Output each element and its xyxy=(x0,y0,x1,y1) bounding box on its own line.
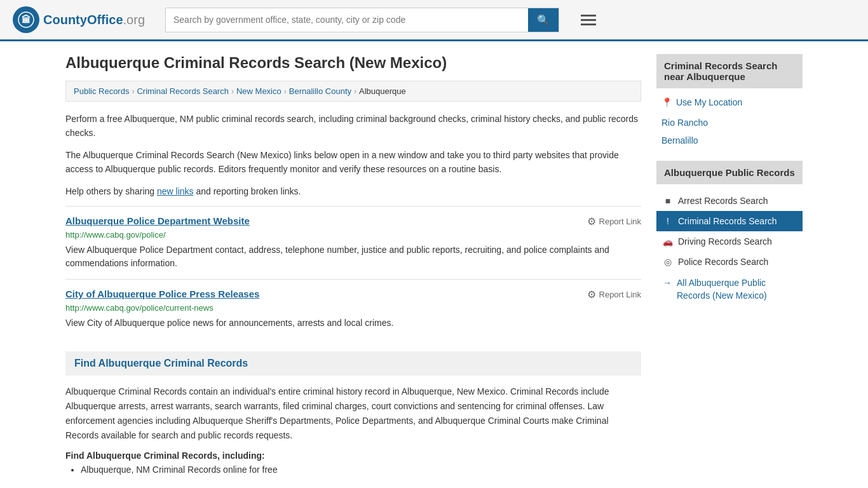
breadcrumb-new-mexico[interactable]: New Mexico xyxy=(236,86,281,96)
breadcrumb-albuquerque: Albuquerque xyxy=(359,86,406,96)
bernalillo-link[interactable]: Bernalillo xyxy=(661,135,698,146)
unlink-icon-1: ⚙ xyxy=(587,288,596,301)
criminal-icon: ! xyxy=(663,216,673,226)
link-item-1-title[interactable]: City of Albuquerque Police Press Release… xyxy=(65,288,259,299)
sidebar-arrest-records[interactable]: ■ Arrest Records Search xyxy=(656,191,803,211)
logo-text: CountyOffice.org xyxy=(43,13,145,27)
link-item-1-url: http://www.cabq.gov/police/current-news xyxy=(65,303,641,313)
police-icon: ◎ xyxy=(663,257,673,267)
use-my-location-item: 📍 Use My Location xyxy=(656,95,803,110)
arrow-icon: → xyxy=(663,278,672,288)
link-item-1-header: City of Albuquerque Police Press Release… xyxy=(65,288,641,301)
breadcrumb-sep-3: › xyxy=(284,87,287,96)
find-section-list: Albuquerque, NM Criminal Records online … xyxy=(65,464,641,475)
find-section-heading: Find Albuquerque Criminal Records xyxy=(65,351,641,376)
page-title: Albuquerque Criminal Records Search (New… xyxy=(65,54,641,72)
intro-p3-suffix: and reporting broken links. xyxy=(194,186,301,196)
search-button[interactable]: 🔍 xyxy=(528,8,559,32)
breadcrumb-public-records[interactable]: Public Records xyxy=(74,86,129,96)
menu-line-3 xyxy=(581,24,596,25)
search-icon: 🔍 xyxy=(537,15,550,25)
link-item-1: City of Albuquerque Police Press Release… xyxy=(65,279,641,339)
report-link-0-label: Report Link xyxy=(599,217,641,226)
breadcrumb-sep-2: › xyxy=(231,87,234,96)
hamburger-menu-button[interactable] xyxy=(578,12,599,28)
content-area: Albuquerque Criminal Records Search (New… xyxy=(65,54,641,477)
svg-text:🏛: 🏛 xyxy=(22,14,31,25)
header: 🏛 CountyOffice.org 🔍 xyxy=(0,0,868,41)
breadcrumb-criminal-records-search[interactable]: Criminal Records Search xyxy=(137,86,229,96)
driving-icon: 🚗 xyxy=(663,237,673,247)
link-item-0: Albuquerque Police Department Website ⚙ … xyxy=(65,206,641,279)
rio-rancho-link[interactable]: Rio Rancho xyxy=(661,118,708,128)
find-section-subheading: Find Albuquerque Criminal Records, inclu… xyxy=(65,451,641,461)
search-bar-container: 🔍 xyxy=(165,8,559,32)
sidebar-location-rio-rancho: Rio Rancho xyxy=(656,115,803,130)
unlink-icon-0: ⚙ xyxy=(587,215,596,227)
logo-name: CountyOffice xyxy=(43,13,123,27)
intro-p3: Help others by sharing new links and rep… xyxy=(65,184,641,198)
intro-p1: Perform a free Albuquerque, NM public cr… xyxy=(65,112,641,140)
logo-suffix: .org xyxy=(123,13,145,27)
arrest-records-label: Arrest Records Search xyxy=(678,196,768,206)
report-link-0-button[interactable]: ⚙ Report Link xyxy=(587,215,641,227)
link-item-0-header: Albuquerque Police Department Website ⚙ … xyxy=(65,215,641,227)
sidebar-public-records-title: Albuquerque Public Records xyxy=(656,161,803,184)
location-pin-icon: 📍 xyxy=(661,97,672,107)
sidebar-nearby-title: Criminal Records Search near Albuquerque xyxy=(656,54,803,88)
link-item-0-url: http://www.cabq.gov/police/ xyxy=(65,230,641,240)
use-my-location-link[interactable]: Use My Location xyxy=(676,97,742,107)
find-section-body: Albuquerque Criminal Records contain an … xyxy=(65,384,641,443)
breadcrumb: Public Records › Criminal Records Search… xyxy=(65,81,641,102)
sidebar-public-records-section: Albuquerque Public Records ■ Arrest Reco… xyxy=(656,161,803,307)
search-input[interactable] xyxy=(166,10,528,30)
intro-p3-prefix: Help others by sharing xyxy=(65,186,157,196)
link-item-0-title[interactable]: Albuquerque Police Department Website xyxy=(65,215,250,226)
link-item-0-desc: View Albuquerque Police Department conta… xyxy=(65,243,641,270)
police-records-label: Police Records Search xyxy=(678,257,768,267)
intro-p2: The Albuquerque Criminal Records Search … xyxy=(65,148,641,177)
sidebar-criminal-records[interactable]: ! Criminal Records Search xyxy=(656,211,803,231)
sidebar-all-records: → All Albuquerque Public Records (New Me… xyxy=(656,272,803,307)
menu-line-2 xyxy=(581,19,596,21)
sidebar-police-records[interactable]: ◎ Police Records Search xyxy=(656,252,803,272)
link-item-1-desc: View City of Albuquerque police news for… xyxy=(65,316,641,330)
sidebar-location-bernalillo: Bernalillo xyxy=(656,133,803,148)
report-link-1-label: Report Link xyxy=(599,290,641,299)
arrest-icon: ■ xyxy=(663,196,673,206)
logo-area: 🏛 CountyOffice.org xyxy=(13,6,153,33)
bullet-item-0: Albuquerque, NM Criminal Records online … xyxy=(81,464,641,475)
logo-icon: 🏛 xyxy=(13,6,39,33)
criminal-records-label: Criminal Records Search xyxy=(678,216,777,226)
sidebar-driving-records[interactable]: 🚗 Driving Records Search xyxy=(656,231,803,252)
breadcrumb-sep-4: › xyxy=(354,87,356,96)
all-records-link[interactable]: All Albuquerque Public Records (New Mexi… xyxy=(677,277,796,302)
report-link-1-button[interactable]: ⚙ Report Link xyxy=(587,288,641,301)
main-container: Albuquerque Criminal Records Search (New… xyxy=(53,41,815,488)
breadcrumb-sep-1: › xyxy=(132,87,134,96)
menu-line-1 xyxy=(581,15,596,17)
breadcrumb-bernalillo-county[interactable]: Bernalillo County xyxy=(289,86,351,96)
new-links-link[interactable]: new links xyxy=(157,186,194,196)
driving-records-label: Driving Records Search xyxy=(678,236,772,247)
sidebar: Criminal Records Search near Albuquerque… xyxy=(656,54,803,477)
